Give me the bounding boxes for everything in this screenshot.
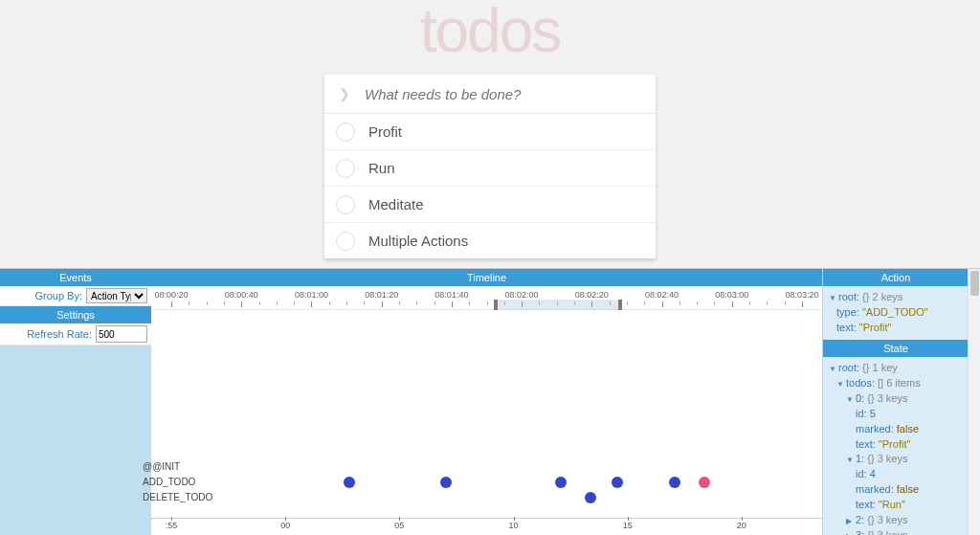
refresh-input[interactable] (96, 325, 147, 343)
scrollbar-thumb[interactable] (970, 271, 979, 296)
xaxis-tick: 20 (737, 521, 746, 530)
todo-text: Profit (368, 123, 402, 140)
action-tree[interactable]: root: {} 2 keys type: "ADD_TODO" text: "… (823, 286, 969, 340)
ruler-tick: 08:01:40 (433, 290, 471, 300)
todo-item[interactable]: Meditate (324, 187, 656, 223)
row-label: @@INIT (143, 459, 212, 475)
refresh-label: Refresh Rate: (27, 328, 92, 340)
row-label: DELETE_TODO (143, 490, 212, 505)
devtools-sidebar: Events Group By: Action Type Settings Re… (0, 269, 151, 535)
timeline-event-dot[interactable] (555, 477, 567, 488)
new-todo-row: ❯ (324, 75, 656, 114)
tree-toggle-icon[interactable] (846, 391, 854, 407)
ruler-tick: 08:03:00 (713, 290, 751, 300)
timeline-event-dot[interactable] (669, 477, 680, 488)
ruler-tick: 08:02:00 (502, 290, 541, 300)
timeline-event-dot[interactable] (699, 477, 710, 488)
xaxis-tick: 05 (394, 521, 404, 530)
todo-checkbox[interactable] (336, 232, 355, 251)
tree-toggle-icon[interactable] (829, 361, 836, 376)
ruler-tick: 08:01:20 (363, 290, 401, 300)
ruler-tick: 08:02:20 (572, 290, 611, 300)
timeline-body[interactable]: @@INIT ADD_TODO DELETE_TODO :55000510152… (151, 310, 822, 535)
todo-text: Run (368, 160, 395, 176)
row-label: ADD_TODO (143, 475, 212, 490)
app-title: todos (0, 0, 980, 61)
tree-toggle-icon[interactable] (836, 376, 844, 391)
ruler-tick: 08:00:40 (222, 290, 260, 300)
devtools-panel: Events Group By: Action Type Settings Re… (0, 268, 980, 535)
todo-item[interactable]: Multiple Actions (324, 223, 656, 258)
timeline-header: Timeline (151, 269, 822, 286)
timeline-panel: Timeline 08:00:2008:00:4008:01:0008:01:2… (151, 269, 822, 535)
timeline-xaxis: :550005101520 (151, 518, 822, 535)
xaxis-tick: 10 (509, 521, 519, 530)
state-tree[interactable]: root: {} 1 key todos: [] 6 items 0: {} 3… (823, 357, 969, 535)
ruler-tick: 08:01:00 (292, 290, 330, 300)
action-header: Action (823, 269, 969, 286)
state-header: State (823, 340, 969, 357)
timeline-event-dot[interactable] (440, 477, 452, 488)
events-header: Events (0, 269, 151, 286)
row-labels: @@INIT ADD_TODO DELETE_TODO (143, 459, 212, 505)
xaxis-tick: 15 (623, 521, 633, 530)
new-todo-input[interactable] (363, 85, 644, 103)
ruler-tick: 08:00:20 (152, 290, 190, 300)
xaxis-tick: :55 (166, 521, 178, 530)
timeline-event-dot[interactable] (612, 477, 623, 488)
tree-toggle-icon[interactable] (829, 290, 836, 305)
scrollbar[interactable] (968, 269, 980, 535)
ruler-tick: 08:02:40 (643, 290, 681, 300)
todo-text: Multiple Actions (368, 233, 468, 249)
todo-checkbox[interactable] (336, 159, 355, 178)
timeline-event-dot[interactable] (585, 492, 596, 503)
ruler-tick: 08:03:20 (783, 290, 821, 300)
todo-checkbox[interactable] (336, 195, 355, 214)
timeline-ruler[interactable]: 08:00:2008:00:4008:01:0008:01:2008:01:40… (151, 286, 822, 310)
todo-card: ❯ Profit Run Meditate Multiple Actions (324, 75, 656, 258)
toggle-all-icon[interactable]: ❯ (336, 86, 353, 101)
tree-toggle-icon[interactable] (846, 528, 854, 535)
refresh-row: Refresh Rate: (0, 323, 151, 346)
todo-text: Meditate (368, 196, 424, 212)
groupby-label: Group By: (34, 290, 82, 301)
groupby-row: Group By: Action Type (0, 286, 151, 306)
xaxis-tick: 00 (280, 521, 290, 530)
todo-checkbox[interactable] (336, 123, 355, 142)
todo-item[interactable]: Profit (324, 114, 656, 150)
settings-header: Settings (0, 306, 151, 323)
inspector-panel: Action root: {} 2 keys type: "ADD_TODO" … (822, 269, 969, 535)
todos-app: todos ❯ Profit Run Meditate Multiple Act… (0, 0, 980, 268)
tree-toggle-icon[interactable] (846, 452, 854, 467)
timeline-event-dot[interactable] (344, 477, 355, 488)
tree-toggle-icon[interactable] (846, 513, 854, 528)
groupby-select[interactable]: Action Type (86, 288, 147, 303)
todo-item[interactable]: Run (324, 150, 656, 187)
